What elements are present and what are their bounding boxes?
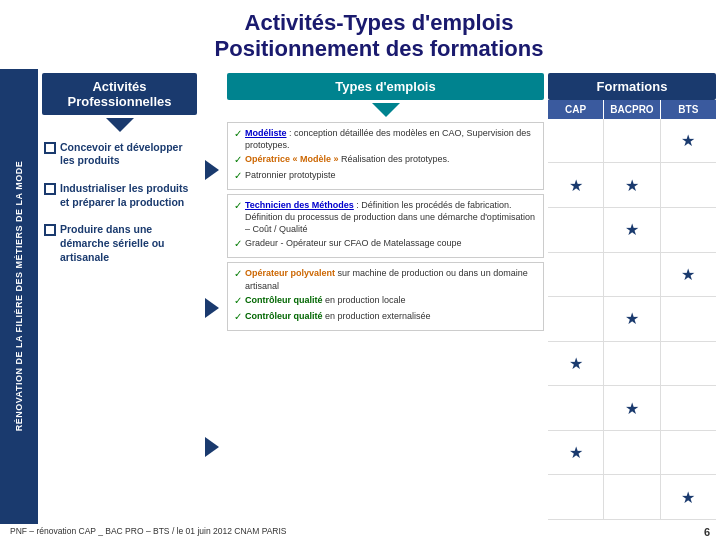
formations-cell: ★ xyxy=(661,253,716,297)
footer-text: PNF – rénovation CAP _ BAC PRO – BTS / l… xyxy=(10,526,287,538)
type-item: ✓ Patronnier prototypiste xyxy=(234,169,537,183)
formations-cell xyxy=(604,431,660,475)
formations-cell xyxy=(548,475,604,519)
star-icon: ★ xyxy=(569,176,583,195)
formations-col-bacpro: BACPRO xyxy=(604,100,660,119)
formations-cell xyxy=(661,386,716,430)
star-icon: ★ xyxy=(625,309,639,328)
formations-cell: ★ xyxy=(604,386,660,430)
table-row: ★ xyxy=(548,297,716,342)
formations-cell xyxy=(548,386,604,430)
check-icon: ✓ xyxy=(234,127,242,141)
check-icon: ✓ xyxy=(234,237,242,251)
sidebar-label: RÉNOVATION DE LA FILIÈRE DES MÉTIERS DE … xyxy=(14,161,24,432)
activite-text-2: Industrialiser les produits et préparer … xyxy=(60,182,195,209)
types-list: ✓ Modéliste : conception détaillée des m… xyxy=(227,120,544,520)
check-icon: ✓ xyxy=(234,199,242,213)
activites-header: Activités Professionnelles xyxy=(42,73,197,115)
formations-cell xyxy=(548,297,604,341)
type-item: ✓ Technicien des Méthodes : Définition l… xyxy=(234,199,537,235)
formations-cell xyxy=(661,342,716,386)
formations-rows: ★ ★ ★ ★ xyxy=(548,119,716,520)
star-icon: ★ xyxy=(625,220,639,239)
formations-col-bts: BTS xyxy=(661,100,716,119)
type-group-2: ✓ Technicien des Méthodes : Définition l… xyxy=(227,194,544,258)
type-group-1: ✓ Modéliste : conception détaillée des m… xyxy=(227,122,544,190)
formations-cell xyxy=(604,475,660,519)
table-row: ★ xyxy=(548,475,716,520)
check-icon: ✓ xyxy=(234,310,242,324)
table-row: ★ xyxy=(548,208,716,253)
formations-cell xyxy=(548,119,604,163)
check-icon: ✓ xyxy=(234,169,242,183)
formations-column: Formations CAP BACPRO BTS ★ xyxy=(548,73,716,520)
page-title: Activités-Types d'emplois Positionnement… xyxy=(38,10,720,63)
formations-cell xyxy=(604,342,660,386)
formations-cell: ★ xyxy=(604,163,660,207)
formations-table: CAP BACPRO BTS ★ ★ xyxy=(548,100,716,520)
type-text: Gradeur - Opérateur sur CFAO de Matelass… xyxy=(245,237,462,249)
list-item: Produire dans une démarche sérielle ou a… xyxy=(42,219,197,268)
type-text: Opératrice « Modèle » Réalisation des pr… xyxy=(245,153,450,165)
activites-arrow xyxy=(42,118,197,132)
bullet-icon xyxy=(44,142,56,154)
sidebar: RÉNOVATION DE LA FILIÈRE DES MÉTIERS DE … xyxy=(0,69,38,524)
list-item: Concevoir et développer les produits xyxy=(42,137,197,172)
type-text: Contrôleur qualité en production externa… xyxy=(245,310,431,322)
formations-cell xyxy=(661,163,716,207)
footer-page: 6 xyxy=(704,526,710,538)
formations-cell: ★ xyxy=(548,163,604,207)
bullet-icon xyxy=(44,224,56,236)
type-item: ✓ Opératrice « Modèle » Réalisation des … xyxy=(234,153,537,167)
star-icon: ★ xyxy=(681,131,695,150)
type-item: ✓ Modéliste : conception détaillée des m… xyxy=(234,127,537,151)
type-item: ✓ Contrôleur qualité en production local… xyxy=(234,294,537,308)
formations-cell xyxy=(604,119,660,163)
star-icon: ★ xyxy=(625,399,639,418)
type-text: Opérateur polyvalent sur machine de prod… xyxy=(245,267,537,291)
formations-col-cap: CAP xyxy=(548,100,604,119)
type-text: Patronnier prototypiste xyxy=(245,169,336,181)
star-icon: ★ xyxy=(681,265,695,284)
check-icon: ✓ xyxy=(234,153,242,167)
formations-col-headers: CAP BACPRO BTS xyxy=(548,100,716,119)
star-icon: ★ xyxy=(681,488,695,507)
type-item: ✓ Contrôleur qualité en production exter… xyxy=(234,310,537,324)
formations-header: Formations xyxy=(548,73,716,100)
formations-cell: ★ xyxy=(548,431,604,475)
table-row: ★ xyxy=(548,253,716,298)
table-row: ★ xyxy=(548,342,716,387)
formations-cell: ★ xyxy=(661,119,716,163)
table-row: ★ xyxy=(548,431,716,476)
bullet-icon xyxy=(44,183,56,195)
types-arrow xyxy=(227,103,544,117)
table-row: ★ xyxy=(548,386,716,431)
main-content: Activités Professionnelles Concevoir et … xyxy=(38,69,720,524)
activites-list: Concevoir et développer les produits Ind… xyxy=(42,135,197,520)
star-icon: ★ xyxy=(625,176,639,195)
types-column: Types d'emplois ✓ Modéliste : conception… xyxy=(227,73,544,520)
type-text: Contrôleur qualité en production locale xyxy=(245,294,406,306)
table-row: ★ xyxy=(548,119,716,164)
activite-text-1: Concevoir et développer les produits xyxy=(60,141,195,168)
check-icon: ✓ xyxy=(234,294,242,308)
formations-cell xyxy=(548,253,604,297)
arrow-icon-1 xyxy=(205,160,219,180)
formations-cell xyxy=(604,253,660,297)
formations-cell: ★ xyxy=(661,475,716,519)
formations-cell xyxy=(661,431,716,475)
type-item: ✓ Gradeur - Opérateur sur CFAO de Matela… xyxy=(234,237,537,251)
type-item: ✓ Opérateur polyvalent sur machine de pr… xyxy=(234,267,537,291)
formations-cell: ★ xyxy=(604,208,660,252)
arrows-1 xyxy=(201,73,223,520)
type-group-3: ✓ Opérateur polyvalent sur machine de pr… xyxy=(227,262,544,330)
page-header: Activités-Types d'emplois Positionnement… xyxy=(38,0,720,69)
arrow-icon-2 xyxy=(205,298,219,318)
formations-cell xyxy=(548,208,604,252)
star-icon: ★ xyxy=(569,443,583,462)
type-text: Modéliste : conception détaillée des mod… xyxy=(245,127,537,151)
list-item: Industrialiser les produits et préparer … xyxy=(42,178,197,213)
activites-column: Activités Professionnelles Concevoir et … xyxy=(42,73,197,520)
formations-cell: ★ xyxy=(548,342,604,386)
table-row: ★ ★ xyxy=(548,163,716,208)
